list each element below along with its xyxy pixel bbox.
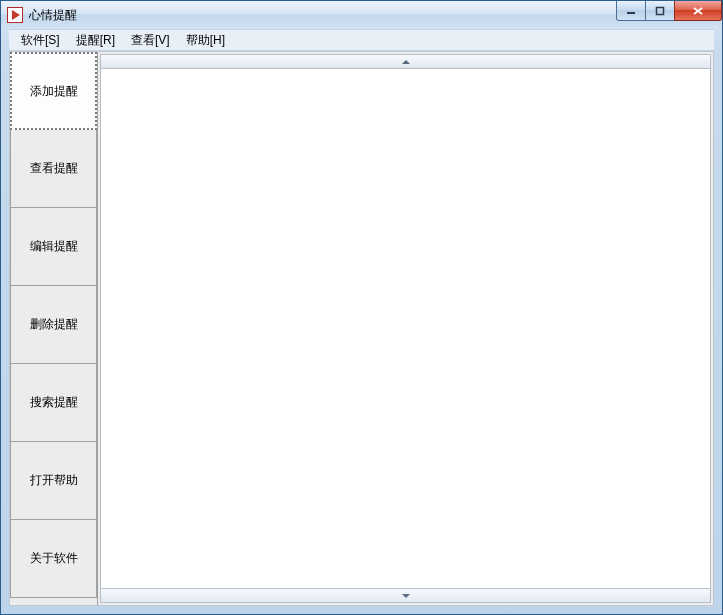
client-area: 添加提醒 查看提醒 编辑提醒 删除提醒 搜索提醒 打开帮助 关于软件: [9, 51, 714, 606]
sidebar-item-add-reminder[interactable]: 添加提醒: [10, 52, 97, 130]
sidebar-item-label: 打开帮助: [30, 472, 78, 489]
content-pane: [98, 52, 713, 605]
titlebar[interactable]: 心情提醒: [1, 1, 722, 29]
sidebar: 添加提醒 查看提醒 编辑提醒 删除提醒 搜索提醒 打开帮助 关于软件: [10, 52, 98, 605]
menubar: 软件[S] 提醒[R] 查看[V] 帮助[H]: [9, 29, 714, 51]
minimize-button[interactable]: [616, 1, 646, 21]
window-title: 心情提醒: [29, 7, 616, 24]
menu-software[interactable]: 软件[S]: [13, 30, 68, 51]
content-area[interactable]: [100, 68, 711, 589]
sidebar-item-open-help[interactable]: 打开帮助: [10, 442, 97, 520]
sidebar-item-about[interactable]: 关于软件: [10, 520, 97, 598]
chevron-up-icon: [402, 60, 410, 64]
svg-rect-2: [627, 12, 635, 14]
app-window: 心情提醒 软件[S] 提醒[R] 查看[V] 帮助[H] 添加提醒: [0, 0, 723, 615]
sidebar-item-search-reminder[interactable]: 搜索提醒: [10, 364, 97, 442]
app-icon: [7, 7, 23, 23]
window-controls: [616, 1, 722, 29]
menu-reminder[interactable]: 提醒[R]: [68, 30, 123, 51]
maximize-button[interactable]: [645, 1, 675, 21]
svg-rect-3: [657, 7, 664, 14]
close-icon: [692, 6, 704, 16]
minimize-icon: [626, 6, 636, 16]
menu-help[interactable]: 帮助[H]: [178, 30, 233, 51]
sidebar-item-label: 编辑提醒: [30, 238, 78, 255]
sidebar-item-label: 搜索提醒: [30, 394, 78, 411]
sidebar-item-label: 关于软件: [30, 550, 78, 567]
sidebar-item-label: 查看提醒: [30, 160, 78, 177]
sidebar-item-label: 添加提醒: [30, 83, 78, 100]
scroll-down-button[interactable]: [100, 589, 711, 603]
sidebar-item-edit-reminder[interactable]: 编辑提醒: [10, 208, 97, 286]
menu-view[interactable]: 查看[V]: [123, 30, 178, 51]
sidebar-item-view-reminder[interactable]: 查看提醒: [10, 130, 97, 208]
maximize-icon: [655, 6, 665, 16]
sidebar-item-delete-reminder[interactable]: 删除提醒: [10, 286, 97, 364]
scroll-up-button[interactable]: [100, 54, 711, 68]
close-button[interactable]: [674, 1, 722, 21]
sidebar-item-label: 删除提醒: [30, 316, 78, 333]
chevron-down-icon: [402, 594, 410, 598]
